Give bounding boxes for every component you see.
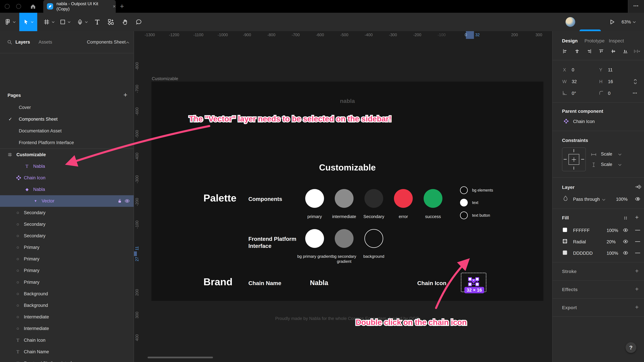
eye-icon[interactable] <box>623 227 628 233</box>
align-right-icon[interactable] <box>586 49 592 54</box>
tab-inspect[interactable]: Inspect <box>609 38 624 43</box>
swatch-bg-secondary-gradient[interactable] <box>335 229 354 248</box>
align-top-icon[interactable] <box>598 49 604 54</box>
chain-icon-selection-box[interactable]: 32 × 16 <box>461 273 486 292</box>
swatch-text[interactable] <box>460 199 468 206</box>
layer-row-secondary[interactable]: ○Secondary <box>0 230 134 242</box>
align-left-icon[interactable] <box>562 49 568 54</box>
layer-row-background[interactable]: ○Background <box>0 288 134 300</box>
home-icon[interactable] <box>30 3 36 10</box>
constrain-proportions-icon[interactable] <box>633 79 638 84</box>
align-horizontal-center-icon[interactable] <box>574 49 580 54</box>
page-item-components-sheet[interactable]: ✓ Components Sheet <box>0 113 134 125</box>
align-bottom-icon[interactable] <box>623 49 628 54</box>
swatch-success[interactable] <box>424 189 442 208</box>
page-selector[interactable]: Components Sheet <box>87 39 126 45</box>
fill-swatch[interactable] <box>563 239 567 244</box>
remove-fill-icon[interactable] <box>635 230 640 230</box>
eye-icon[interactable] <box>623 250 628 256</box>
w-input[interactable]: 32 <box>572 79 577 84</box>
eye-icon[interactable] <box>623 239 628 244</box>
lock-open-icon[interactable] <box>118 198 122 203</box>
layer-row-primary[interactable]: ○Primary <box>0 253 134 265</box>
fill-swatch[interactable] <box>563 250 567 255</box>
layer-row-intermediate[interactable]: ○Intermediate <box>0 311 134 323</box>
horizontal-scrollbar[interactable] <box>148 357 213 358</box>
add-page-button[interactable]: + <box>124 91 127 99</box>
tab-layers[interactable]: Layers <box>16 39 30 45</box>
remove-fill-icon[interactable] <box>635 241 640 242</box>
fill-opacity-input[interactable]: 20% <box>606 239 616 245</box>
disclosure-triangle-icon[interactable]: ▼ <box>34 199 37 203</box>
layer-row-primary[interactable]: ○Primary <box>0 242 134 253</box>
move-tool-button[interactable] <box>19 13 37 31</box>
swatch-text-button[interactable] <box>460 212 468 219</box>
layer-row-vector[interactable]: ▼ Vector <box>0 195 134 207</box>
comment-tool-button[interactable] <box>136 13 142 31</box>
blend-mode-select[interactable]: Pass through <box>573 197 600 202</box>
swatch-secondary[interactable] <box>364 189 383 208</box>
remove-fill-icon[interactable] <box>635 253 640 253</box>
text-tool-button[interactable] <box>94 13 100 31</box>
fill-opacity-input[interactable]: 100% <box>606 251 618 256</box>
hand-tool-button[interactable] <box>122 13 128 31</box>
parent-component-name[interactable]: Chain Icon <box>573 119 595 124</box>
layer-row-nabla-text[interactable]: T Nabla <box>0 160 134 172</box>
window-control-1[interactable] <box>5 4 10 9</box>
frame-name-label[interactable]: Customizable <box>152 76 178 81</box>
eye-icon[interactable] <box>635 196 640 202</box>
canvas[interactable]: -1300 -1200 -1100 -1000 -900 -800 -700 -… <box>134 31 552 362</box>
add-fill-button[interactable]: + <box>635 214 639 221</box>
layer-row-background[interactable]: ○Background <box>0 300 134 311</box>
swatch-primary[interactable] <box>305 189 324 208</box>
eye-icon[interactable] <box>124 198 130 204</box>
fill-swatch[interactable] <box>563 228 567 232</box>
styles-icon[interactable] <box>623 216 628 221</box>
window-control-2[interactable] <box>16 4 21 9</box>
layer-row-chain-name-text[interactable]: TChain Name <box>0 346 134 358</box>
layer-row-primary[interactable]: ○Primary <box>0 265 134 276</box>
fill-hex-input[interactable]: DDDDDD <box>573 251 593 256</box>
constraints-widget[interactable] <box>562 147 586 171</box>
file-tab[interactable]: nabla - Outpost UI Kit (Copy) × <box>43 0 116 13</box>
layer-row-secondary[interactable]: ○Secondary <box>0 218 134 230</box>
tab-design[interactable]: Design <box>562 38 578 43</box>
y-input[interactable]: 11 <box>608 67 613 72</box>
align-vertical-center-icon[interactable] <box>611 49 616 54</box>
browser-more-menu[interactable]: ••• <box>628 0 644 13</box>
layer-row-intermediate[interactable]: ○Intermediate <box>0 323 134 334</box>
new-tab-button[interactable]: + <box>120 2 124 10</box>
chain-icon-vector[interactable] <box>468 277 479 286</box>
page-item-cover[interactable]: Cover <box>0 102 134 113</box>
figma-menu-button[interactable] <box>4 13 16 31</box>
add-effect-button[interactable]: + <box>635 286 639 293</box>
swatch-error[interactable] <box>394 189 413 208</box>
h-input[interactable]: 16 <box>608 79 613 84</box>
vertical-constraint-select[interactable]: Scale <box>601 162 612 167</box>
rotation-input[interactable]: 0° <box>572 91 576 96</box>
page-item-documentation-asset[interactable]: Documentation Asset <box>0 125 134 137</box>
fill-type-label[interactable]: Radial <box>573 239 586 245</box>
pen-tool-button[interactable] <box>77 13 88 31</box>
present-button[interactable] <box>608 13 616 31</box>
page-item-frontend-platform-interface[interactable]: Frontend Platform Interface <box>0 137 134 148</box>
avatar[interactable] <box>566 13 575 31</box>
tab-assets[interactable]: Assets <box>38 39 52 45</box>
mask-icon[interactable] <box>635 184 641 190</box>
layer-row-frontend-platform-interface-text[interactable]: TFrontend Platform Interface <box>0 358 134 362</box>
distribute-chevron-icon[interactable] <box>634 49 640 54</box>
tab-close-icon[interactable]: × <box>113 3 116 9</box>
swatch-background[interactable] <box>364 229 383 248</box>
swatch-intermediate[interactable] <box>335 189 354 208</box>
help-button[interactable]: ? <box>626 342 636 353</box>
zoom-menu[interactable]: 63% <box>622 13 636 31</box>
corner-radius-input[interactable]: 0 <box>608 91 610 96</box>
x-input[interactable]: 0 <box>572 67 574 72</box>
layer-row-chain-icon-text[interactable]: TChain Icon <box>0 334 134 346</box>
layer-row-customizable[interactable]: Customizable <box>0 149 134 160</box>
search-icon[interactable] <box>7 39 13 45</box>
fill-opacity-input[interactable]: 100% <box>606 228 618 233</box>
layer-row-secondary[interactable]: ○Secondary <box>0 207 134 218</box>
more-options-icon[interactable]: ••• <box>633 91 637 95</box>
swatch-bg-primary-gradient[interactable] <box>305 229 324 248</box>
